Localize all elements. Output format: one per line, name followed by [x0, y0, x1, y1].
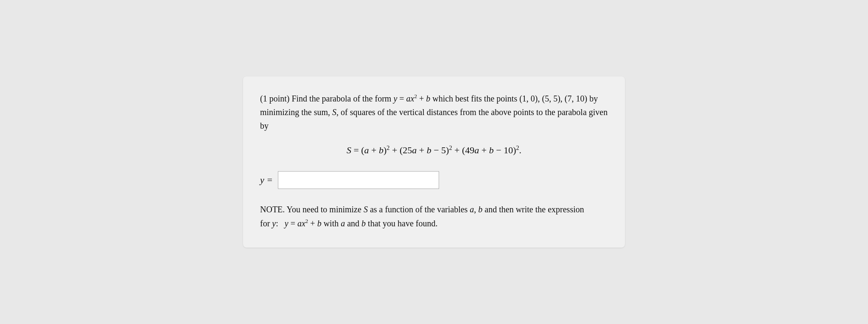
note-section: NOTE. You need to minimize S as a functi… [260, 203, 608, 231]
problem-statement: (1 point) Find the parabola of the form … [260, 92, 608, 132]
note-text: NOTE. You need to minimize S as a functi… [260, 205, 584, 228]
sum-formula: S = (a + b)2 + (25a + b − 5)2 + (49a + b… [260, 144, 608, 156]
y-equals-label: y = [260, 175, 273, 186]
formula-text: S = (a + b)2 + (25a + b − 5)2 + (49a + b… [347, 145, 521, 155]
answer-input[interactable] [278, 171, 439, 189]
answer-row: y = [260, 171, 608, 189]
problem-card: (1 point) Find the parabola of the form … [243, 76, 625, 248]
problem-intro: (1 point) Find the parabola of the form … [260, 94, 608, 130]
